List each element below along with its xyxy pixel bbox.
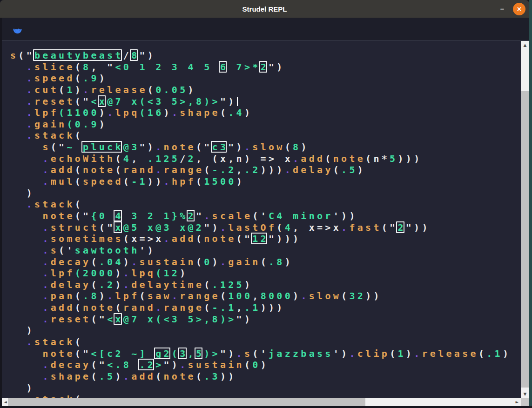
code-line: .stack( [10,394,511,398]
code-token: decay [51,256,91,268]
code-token: . [172,290,180,301]
code-token: ) [180,268,188,279]
code-line: .delay(.2).delaytime(.125) [10,279,511,291]
event-highlight-box: 5 [196,348,204,359]
code-token [10,268,42,279]
code-token: ( [115,164,123,175]
code-line: .stack( [10,336,511,348]
code-token: range [164,302,204,313]
event-highlight-box: 6 [220,61,228,73]
code-token: ( [75,164,83,175]
code-token: ) [301,141,309,153]
code-token: release [91,84,147,95]
code-token: note [164,141,196,153]
code-token: ) [261,359,269,370]
code-token: rand [123,302,155,313]
scroll-down-arrow-icon[interactable]: ▼ [521,390,529,398]
code-token: @5 x@3 x@2 [123,222,204,233]
code-token [10,96,27,107]
code-token [10,314,42,325]
code-token: mul [51,176,75,187]
code-token: . [42,371,50,382]
code-token: . [42,233,50,244]
code-token: ( [155,268,163,279]
code-token: . [236,348,244,359]
horizontal-scrollbar[interactable]: ◄ ► [2,398,521,406]
code-token: . [107,107,115,118]
code-token: gain [228,256,260,268]
code-token [10,210,42,221]
code-token [10,394,27,398]
code-token: ( [75,176,83,187]
code-token: ) [115,371,123,382]
code-token: ( [75,394,83,398]
event-highlight-box: c3 [212,141,229,153]
event-highlight-box: 3 [180,348,188,359]
code-line: .stack( [10,130,511,141]
close-button[interactable]: × [513,3,525,15]
code-token: 16 [148,107,164,118]
code-token: (x=>x [123,233,164,244]
event-highlight-box: 2 [397,222,405,233]
code-token: ( [196,176,204,187]
event-highlight-box: x [115,314,123,325]
code-token: struct [51,222,99,233]
code-token: ) [212,256,220,268]
event-highlight-box: x [99,96,107,107]
code-token: ) [357,164,365,175]
code-token: add [131,371,155,382]
event-highlight-box: pluck [83,141,123,153]
code-token: ) [10,382,34,394]
code-token: . [27,119,34,130]
code-token: delay [51,279,91,290]
code-token: fast [349,222,381,233]
code-token: slice [34,61,75,73]
minimize-button[interactable]: – [498,7,506,11]
code-token [10,84,27,95]
code-token: .125 [148,153,180,164]
code-token: . [27,84,34,95]
code-token: (" [75,348,91,359]
code-token: , x=>x [293,222,341,233]
scrollbar-corner [521,398,529,406]
code-token: jazzbass [269,348,333,359]
code-token: speed [83,176,123,187]
horizontal-scrollbar-thumb[interactable] [8,398,365,406]
window-controls: – × [498,0,525,18]
code-line: .gain(0.9) [10,119,511,130]
vertical-scrollbar[interactable]: ▲ ▼ [521,41,529,398]
code-token [10,290,42,301]
code-token: 0 [204,256,212,268]
code-token: lpf [115,290,139,301]
code-token: . [131,256,139,268]
code-token: C4 minor [269,210,333,221]
code-token: < [107,314,115,325]
code-token: add [51,302,75,313]
code-token: (' [252,348,269,359]
code-token: rand [123,164,155,175]
code-token: stack [34,394,75,398]
scroll-up-arrow-icon[interactable]: ▲ [521,41,529,49]
vertical-scrollbar-thumb[interactable] [521,91,529,388]
code-token: . [107,290,115,301]
code-line: .slice(8, "<0 1 2 3 4 5 6 7>*2") [10,61,511,73]
code-editor[interactable]: s("beautybeast/8") .slice(8, "<0 1 2 3 4… [2,41,521,398]
code-token: . [172,107,180,118]
strudel-repl-window: Strudel REPL – × s("beautybeast/8") .sli… [0,0,532,408]
scroll-right-arrow-icon[interactable]: ► [513,398,521,406]
code-token: ))) [397,153,422,164]
code-token: . [42,153,50,164]
code-token: ') [333,348,350,359]
code-token: ) [244,279,252,290]
code-token: 0.9 [75,119,99,130]
code-token: (" [75,210,91,221]
code-token: . [155,302,163,313]
code-token: . [27,199,34,210]
code-line: .decay(.04).sustain(0).gain(.8) [10,256,511,268]
code-token [10,119,27,130]
code-token: .1 [244,302,261,313]
code-token: add [172,233,196,244]
code-token: ( [75,290,83,301]
code-token: . [414,348,422,359]
titlebar[interactable]: Strudel REPL – × [0,0,529,18]
